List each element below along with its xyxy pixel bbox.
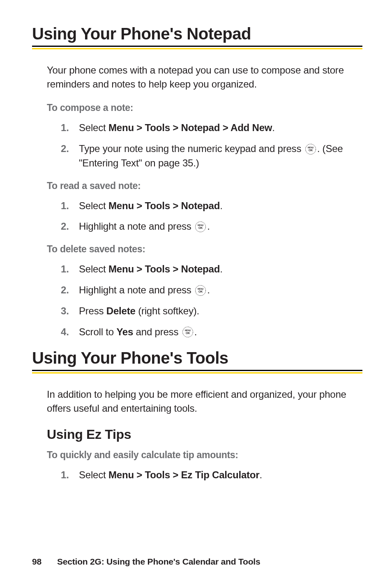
section-title-tools: Using Your Phone's Tools bbox=[32, 349, 362, 371]
step-number: 2. bbox=[61, 219, 79, 234]
step-number: 2. bbox=[61, 142, 79, 156]
step-content: Highlight a note and press MENUOK. bbox=[79, 219, 362, 234]
menu-ok-icon: MENUOK bbox=[182, 326, 194, 338]
step-text: . bbox=[207, 284, 210, 295]
step-bold: Menu > Tools > Notepad bbox=[108, 263, 220, 274]
step-bold: Yes bbox=[116, 326, 133, 337]
list-item: 2. Highlight a note and press MENUOK. bbox=[61, 283, 362, 297]
step-content: Select Menu > Tools > Notepad. bbox=[79, 199, 362, 213]
steps-compose-note: 1. Select Menu > Tools > Notepad > Add N… bbox=[61, 121, 362, 170]
step-text: . bbox=[259, 469, 262, 480]
step-text: Select bbox=[79, 469, 108, 480]
step-text: Select bbox=[79, 200, 108, 211]
step-content: Select Menu > Tools > Notepad. bbox=[79, 262, 362, 277]
heading-calc-tips: To quickly and easily calculate tip amou… bbox=[47, 450, 362, 461]
step-number: 1. bbox=[61, 121, 79, 135]
step-text: Press bbox=[79, 305, 106, 316]
step-bold: Menu > Tools > Notepad > Add New bbox=[108, 122, 272, 133]
footer-section-label: Section 2G: Using the Phone's Calendar a… bbox=[57, 557, 260, 566]
section-title-notepad: Using Your Phone's Notepad bbox=[32, 25, 362, 47]
step-text: . bbox=[272, 122, 274, 133]
list-item: 2. Highlight a note and press MENUOK. bbox=[61, 219, 362, 234]
step-text: Scroll to bbox=[79, 326, 116, 337]
steps-read-note: 1. Select Menu > Tools > Notepad. 2. Hig… bbox=[61, 199, 362, 234]
heading-read-note: To read a saved note: bbox=[47, 180, 362, 191]
page-number: 98 bbox=[32, 557, 42, 566]
step-text: (right softkey). bbox=[136, 305, 199, 316]
step-text: . bbox=[207, 221, 210, 232]
svg-text:OK: OK bbox=[198, 226, 203, 229]
step-text: Type your note using the numeric keypad … bbox=[79, 143, 304, 154]
list-item: 1. Select Menu > Tools > Notepad. bbox=[61, 262, 362, 277]
step-text: Highlight a note and press bbox=[79, 284, 194, 295]
menu-ok-icon: MENUOK bbox=[195, 285, 206, 296]
step-number: 3. bbox=[61, 304, 79, 318]
menu-ok-icon: MENUOK bbox=[195, 221, 206, 233]
step-number: 1. bbox=[61, 199, 79, 213]
svg-text:OK: OK bbox=[186, 332, 190, 334]
menu-ok-icon: MENUOK bbox=[305, 143, 316, 155]
title-underline bbox=[32, 372, 362, 374]
step-content: Highlight a note and press MENUOK. bbox=[79, 283, 362, 297]
step-number: 1. bbox=[61, 468, 79, 482]
step-bold: Menu > Tools > Notepad bbox=[108, 200, 220, 211]
step-text: Select bbox=[79, 263, 108, 274]
page-footer: 98Section 2G: Using the Phone's Calendar… bbox=[32, 557, 260, 567]
step-text: . bbox=[194, 326, 197, 337]
intro-para-notepad: Your phone comes with a notepad you can … bbox=[47, 63, 362, 91]
intro-para-tools: In addition to helping you be more effic… bbox=[47, 387, 362, 415]
step-content: Select Menu > Tools > Notepad > Add New. bbox=[79, 121, 362, 135]
heading-delete-notes: To delete saved notes: bbox=[47, 244, 362, 255]
step-number: 1. bbox=[61, 262, 79, 277]
step-text: . bbox=[220, 263, 222, 274]
list-item: 1. Select Menu > Tools > Notepad. bbox=[61, 199, 362, 213]
step-text: and press bbox=[133, 326, 181, 337]
step-content: Scroll to Yes and press MENUOK. bbox=[79, 325, 362, 339]
step-text: . bbox=[220, 200, 222, 211]
step-content: Type your note using the numeric keypad … bbox=[79, 142, 362, 171]
step-content: Select Menu > Tools > Ez Tip Calculator. bbox=[79, 468, 362, 482]
title-underline bbox=[32, 48, 362, 49]
list-item: 1. Select Menu > Tools > Notepad > Add N… bbox=[61, 121, 362, 135]
step-number: 4. bbox=[61, 325, 79, 339]
subsection-ez-tips: Using Ez Tips bbox=[47, 427, 362, 442]
list-item: 3. Press Delete (right softkey). bbox=[61, 304, 362, 318]
svg-text:OK: OK bbox=[198, 290, 203, 293]
step-content: Press Delete (right softkey). bbox=[79, 304, 362, 318]
list-item: 1. Select Menu > Tools > Ez Tip Calculat… bbox=[61, 468, 362, 482]
step-text: Select bbox=[79, 122, 108, 133]
heading-compose-note: To compose a note: bbox=[47, 102, 362, 113]
step-text: Highlight a note and press bbox=[79, 221, 194, 232]
list-item: 2. Type your note using the numeric keyp… bbox=[61, 142, 362, 171]
step-bold: Delete bbox=[106, 305, 136, 316]
step-number: 2. bbox=[61, 283, 79, 297]
svg-text:OK: OK bbox=[309, 149, 313, 152]
list-item: 4. Scroll to Yes and press MENUOK. bbox=[61, 325, 362, 339]
steps-ez-tips: 1. Select Menu > Tools > Ez Tip Calculat… bbox=[61, 468, 362, 482]
step-bold: Menu > Tools > Ez Tip Calculator bbox=[108, 469, 259, 480]
steps-delete-notes: 1. Select Menu > Tools > Notepad. 2. Hig… bbox=[61, 262, 362, 339]
